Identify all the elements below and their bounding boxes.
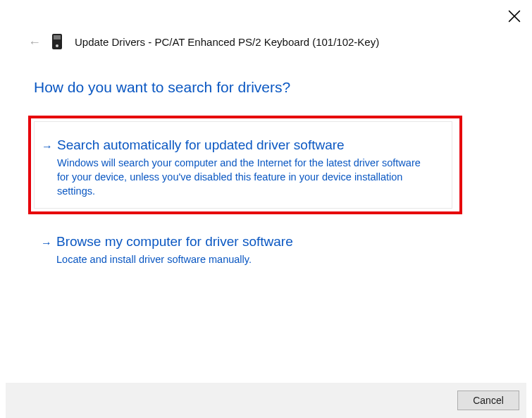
device-name: PC/AT Enhanced PS/2 Keyboard (101/102-Ke…	[154, 36, 379, 48]
close-button[interactable]	[508, 10, 521, 23]
footer-bar: Cancel	[6, 383, 526, 418]
window-title: Update Drivers - PC/AT Enhanced PS/2 Key…	[75, 36, 379, 48]
page-heading: How do you want to search for drivers?	[34, 79, 290, 96]
back-arrow-icon[interactable]: ←	[28, 35, 41, 49]
title-prefix: Update Drivers	[75, 36, 145, 48]
option-title: Browse my computer for driver software	[56, 234, 434, 250]
option-search-automatically[interactable]: → Search automatically for updated drive…	[28, 116, 462, 214]
header: ← Update Drivers - PC/AT Enhanced PS/2 K…	[28, 34, 379, 49]
option-description: Windows will search your computer and th…	[57, 156, 431, 198]
arrow-right-icon: →	[41, 234, 56, 266]
close-icon	[508, 10, 521, 23]
option-browse-computer[interactable]: → Browse my computer for driver software…	[34, 231, 455, 266]
cancel-button[interactable]: Cancel	[457, 391, 519, 410]
option-title: Search automatically for updated driver …	[57, 137, 431, 153]
arrow-right-icon: →	[42, 137, 57, 208]
option-description: Locate and install driver software manua…	[56, 252, 434, 266]
keyboard-device-icon	[52, 34, 62, 49]
